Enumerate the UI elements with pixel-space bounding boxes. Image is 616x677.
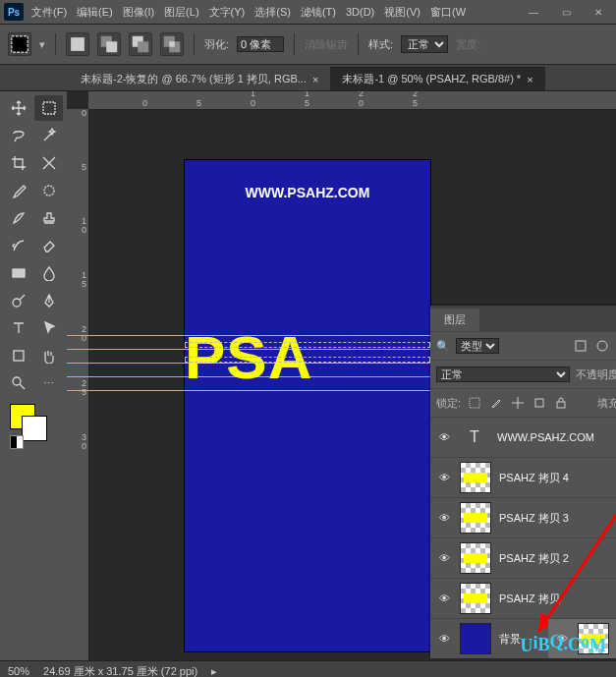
window-controls: — ▭ ✕ — [529, 7, 612, 18]
ruler-horizontal: 051 01 52 02 5 — [88, 91, 616, 110]
stamp-tool[interactable] — [34, 205, 63, 231]
document-canvas[interactable]: WWW.PSAHZ.COM — [185, 160, 430, 651]
menu-image[interactable]: 图像(I) — [123, 5, 154, 20]
eraser-tool[interactable] — [34, 233, 63, 258]
layer-thumb — [460, 542, 491, 574]
chevron-down-icon[interactable]: ▾ — [39, 38, 45, 51]
blend-mode-select[interactable]: 正常 — [436, 367, 570, 382]
color-swatches[interactable] — [4, 402, 63, 447]
menu-window[interactable]: 窗口(W — [430, 5, 466, 20]
default-colors-icon[interactable] — [10, 435, 24, 449]
move-tool[interactable] — [4, 95, 32, 121]
svg-rect-11 — [13, 269, 25, 277]
canvas-area[interactable]: 051 01 52 02 5 0 5 10 15 20 25 30 WWW.PS… — [67, 91, 616, 660]
layer-row[interactable]: 👁 PSAHZ 拷贝 4 — [430, 457, 616, 497]
tab-doc-2[interactable]: 未标题-1 @ 50% (PSAHZ, RGB/8#) *× — [330, 67, 544, 90]
layer-row[interactable]: 👁 PSAHZ 拷贝 3 — [430, 497, 616, 537]
svg-rect-5 — [138, 41, 148, 52]
search-icon[interactable]: 🔍 — [436, 340, 450, 353]
add-selection-icon[interactable] — [97, 32, 121, 56]
background-color[interactable] — [22, 416, 47, 441]
zoom-tool[interactable] — [4, 370, 32, 396]
menu-layer[interactable]: 图层(L) — [164, 5, 198, 20]
ruler-vertical: 0 5 10 15 20 25 30 — [67, 109, 89, 660]
filter-adjust-icon[interactable] — [594, 338, 610, 354]
feather-input[interactable] — [237, 36, 284, 52]
crop-tool[interactable] — [4, 150, 32, 176]
subtract-selection-icon[interactable] — [129, 32, 152, 56]
chevron-right-icon[interactable]: ▸ — [211, 665, 217, 678]
lock-all-icon[interactable] — [553, 395, 569, 411]
marquee-tool[interactable] — [34, 95, 63, 121]
lock-artboard-icon[interactable] — [532, 395, 547, 411]
menu-edit[interactable]: 编辑(E) — [77, 5, 113, 20]
path-select-tool[interactable] — [34, 315, 63, 341]
zoom-level[interactable]: 50% — [8, 665, 29, 677]
intersect-selection-icon[interactable] — [160, 32, 184, 56]
svg-rect-19 — [470, 398, 479, 408]
menu-type[interactable]: 文字(Y) — [209, 5, 246, 20]
magic-wand-tool[interactable] — [34, 123, 63, 148]
menu-filter[interactable]: 滤镜(T) — [301, 5, 336, 20]
gradient-tool[interactable] — [4, 260, 32, 286]
eye-icon[interactable]: 👁 — [436, 512, 452, 524]
watermark: UiBQ.CoM — [520, 634, 606, 654]
eyedropper-tool[interactable] — [4, 178, 32, 203]
menu-file[interactable]: 文件(F) — [31, 5, 67, 20]
width-label: 宽度: — [456, 37, 480, 52]
shape-tool[interactable] — [4, 343, 32, 368]
svg-point-16 — [597, 341, 607, 351]
svg-rect-21 — [557, 402, 565, 408]
style-select[interactable]: 正常 — [401, 35, 448, 53]
panel-tab-layers[interactable]: 图层 — [430, 309, 479, 331]
edit-toolbar-icon[interactable]: ⋯ — [34, 370, 63, 396]
svg-point-14 — [13, 377, 21, 385]
lock-brush-icon[interactable] — [488, 395, 504, 411]
tab-doc-1[interactable]: 未标题-2-恢复的 @ 66.7% (矩形 1 拷贝, RGB...× — [69, 67, 330, 90]
history-brush-tool[interactable] — [4, 233, 32, 258]
brush-tool[interactable] — [4, 205, 32, 231]
close-icon[interactable]: × — [312, 74, 318, 85]
status-bar: 50% 24.69 厘米 x 31.75 厘米 (72 ppi) ▸ — [0, 660, 616, 677]
slice-tool[interactable] — [34, 150, 63, 176]
layer-row[interactable]: 👁 PSAHZ 拷贝 — [430, 578, 616, 618]
close-icon[interactable]: ✕ — [594, 7, 602, 18]
layer-thumb — [460, 583, 491, 614]
layer-thumb — [460, 462, 491, 493]
svg-rect-9 — [43, 102, 55, 114]
lock-pixels-icon[interactable] — [467, 395, 482, 411]
hand-tool[interactable] — [34, 343, 63, 368]
close-icon[interactable]: × — [527, 74, 532, 85]
layer-row[interactable]: 👁 T WWW.PSAHZ.COM — [430, 417, 616, 457]
dodge-tool[interactable] — [4, 288, 32, 313]
main-area: ⋯ ▫ 051 01 52 02 5 0 5 10 15 20 25 30 WW… — [0, 91, 616, 660]
minimize-icon[interactable]: — — [529, 7, 538, 18]
toolbox: ⋯ ▫ — [0, 91, 67, 660]
tool-preset-icon[interactable] — [8, 32, 31, 56]
antialias-label: 消除锯齿 — [305, 37, 348, 52]
menu-select[interactable]: 选择(S) — [254, 5, 291, 20]
svg-point-10 — [44, 186, 54, 196]
maximize-icon[interactable]: ▭ — [562, 7, 571, 18]
pen-tool[interactable] — [34, 288, 63, 313]
eye-icon[interactable]: 👁 — [436, 552, 452, 564]
svg-rect-13 — [14, 351, 24, 361]
new-selection-icon[interactable] — [66, 32, 89, 56]
lock-position-icon[interactable] — [510, 395, 526, 411]
lasso-tool[interactable] — [4, 123, 32, 148]
layer-filter-select[interactable]: 类型 — [456, 338, 499, 354]
eye-icon[interactable]: 👁 — [436, 633, 452, 645]
eye-icon[interactable]: 👁 — [436, 431, 452, 443]
eye-icon[interactable]: 👁 — [436, 592, 452, 604]
patch-tool[interactable] — [34, 178, 63, 203]
eye-icon[interactable]: 👁 — [436, 472, 452, 483]
type-tool[interactable] — [4, 315, 32, 341]
filter-pixel-icon[interactable] — [573, 338, 588, 354]
doc-dimensions: 24.69 厘米 x 31.75 厘米 (72 ppi) — [43, 664, 197, 678]
canvas-text-url: WWW.PSAHZ.COM — [185, 185, 430, 200]
menu-view[interactable]: 视图(V) — [384, 5, 420, 20]
opacity-label: 不透明度: — [576, 367, 616, 382]
blur-tool[interactable] — [34, 260, 63, 286]
layer-row[interactable]: 👁 PSAHZ 拷贝 2 — [430, 537, 616, 578]
menu-3d[interactable]: 3D(D) — [346, 6, 374, 18]
